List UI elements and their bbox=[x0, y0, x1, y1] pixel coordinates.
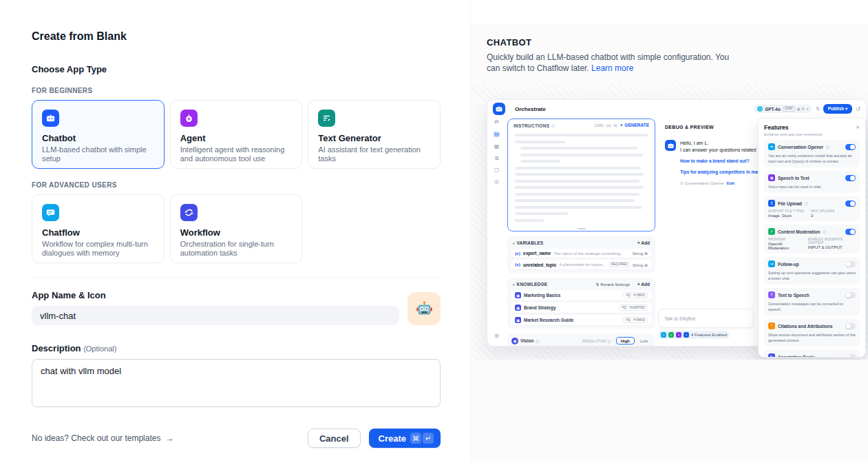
token-count: 2182 bbox=[594, 123, 603, 127]
for-advanced-users-label: FOR ADVANCED USERS bbox=[32, 181, 441, 189]
chevron-down-icon: ▾ bbox=[807, 107, 809, 111]
vision-section: ◉ Vision ⓘ RESOLUTION ⓘ High Low bbox=[507, 333, 655, 347]
feature-toggle bbox=[845, 175, 856, 181]
for-beginners-label: FOR BEGINNERS bbox=[32, 87, 441, 94]
publish-button: Publish ▾ bbox=[823, 104, 853, 114]
app-type-card-workflow[interactable]: Workflow Orchestration for single-turn a… bbox=[170, 194, 303, 263]
description-label: Description (Optional) bbox=[32, 343, 441, 353]
variables-section: ▾ VARIABLES + Add {x} expert_name The na… bbox=[507, 236, 655, 273]
card-description: Workflow for complex multi-turn dialogue… bbox=[42, 240, 154, 258]
compare-icon: ⇅ bbox=[816, 106, 820, 112]
create-button[interactable]: Create ⌘ ↵ bbox=[369, 429, 441, 448]
app-type-card-text-generator[interactable]: Text Generator AI assistant for text gen… bbox=[308, 100, 441, 169]
card-description: Intelligent agent with reasoning and aut… bbox=[180, 145, 293, 163]
card-description: Orchestration for single-turn automation… bbox=[180, 240, 293, 258]
resize-grip bbox=[578, 228, 586, 229]
upload-icon: ↥ bbox=[768, 200, 775, 207]
instructions-panel: INSTRUCTIONS ⓘ 2182 {x} ⧉ ✦ GENERATE bbox=[507, 119, 655, 232]
optional-hint: (Optional) bbox=[83, 344, 116, 353]
page-title: Create from Blank bbox=[32, 30, 441, 43]
feature-toggle bbox=[845, 261, 856, 267]
resolution-high-option: High bbox=[616, 337, 635, 344]
app-name-input[interactable] bbox=[32, 306, 399, 325]
app-avatar-icon bbox=[493, 103, 505, 115]
cmd-key-icon: ⌘ bbox=[410, 433, 421, 444]
feature-toggle bbox=[845, 354, 856, 358]
variable-insert-icon: {x} bbox=[606, 123, 611, 127]
copy-icon: ⧉ bbox=[614, 123, 617, 128]
arrow-right-icon: → bbox=[166, 433, 174, 443]
history-icon: ↺ bbox=[856, 106, 860, 112]
orchestrate-nav-icon: ▤ bbox=[493, 131, 501, 138]
model-provider-icon bbox=[757, 106, 763, 112]
card-title: Chatbot bbox=[42, 133, 154, 143]
feature-citations: ” Citations and Attributions Show source… bbox=[764, 319, 860, 347]
feature-toggle bbox=[845, 292, 856, 298]
rerank-settings-button: ⇅ Rerank Settings bbox=[596, 282, 630, 287]
edit-opener-link: Edit bbox=[727, 181, 734, 185]
generate-button: ✦ GENERATE bbox=[620, 123, 649, 128]
app-name-label: App Name & Icon bbox=[32, 290, 399, 300]
add-variable-button: + Add bbox=[637, 240, 650, 245]
cancel-button[interactable]: Cancel bbox=[308, 429, 361, 448]
feature-follow-up: ↪ Follow-up Setting up next questions su… bbox=[764, 257, 860, 285]
model-selector: GPT-4o CHAT ◉ ⚙ ▾ bbox=[754, 105, 812, 113]
robot-emoji-icon bbox=[415, 300, 434, 318]
knowledge-row: ▣ Marketing Basics HQ · HYBRID bbox=[511, 290, 652, 300]
features-enabled-pill: • • • • 4 Features Enabled bbox=[658, 331, 730, 339]
info-icon: ⓘ bbox=[805, 201, 808, 205]
app-icon-picker[interactable] bbox=[407, 292, 441, 325]
choose-app-type-label: Choose App Type bbox=[32, 64, 441, 74]
model-settings-icons: ◉ ⚙ bbox=[797, 107, 805, 111]
annotation-icon: ✎ bbox=[768, 353, 775, 358]
moderation-mini-icon: • bbox=[668, 332, 674, 338]
preview-heading: CHATBOT bbox=[487, 37, 851, 48]
card-title: Workflow bbox=[180, 227, 293, 238]
preview-panel-header-strip bbox=[471, 0, 868, 25]
preview-window-title: Orchestrate bbox=[515, 106, 546, 112]
variable-icon: {x} bbox=[515, 251, 520, 256]
dataset-icon: ▣ bbox=[515, 317, 521, 323]
knowledge-row: ▣ Market Research Guide HQ · HYBRID bbox=[511, 315, 652, 325]
app-type-card-agent[interactable]: Agent Intelligent agent with reasoning a… bbox=[170, 100, 303, 169]
upload-mini-icon: • bbox=[684, 332, 689, 338]
knowledge-row: ▣ Brand Strategy HQ · INVERTED bbox=[511, 302, 652, 313]
chatbot-preview-image: Orchestrate GPT-4o CHAT ◉ ⚙ ▾ ⇅ Publish … bbox=[471, 83, 868, 360]
features-panel: Features ✕ Enhance web app user experien… bbox=[758, 118, 866, 358]
beginner-app-cards: Chatbot LLM-based chatbot with simple se… bbox=[32, 100, 441, 169]
info-icon: ⓘ bbox=[826, 145, 829, 149]
variable-row: {x} unrelated_topic A placeholder for to… bbox=[511, 260, 652, 269]
feature-speech-to-text: ◉ Speech to Text Voice input can be used… bbox=[764, 171, 860, 193]
card-description: AI assistant for text generation tasks bbox=[318, 145, 430, 163]
close-icon: ✕ bbox=[856, 125, 860, 130]
panel-toggle-icon: ⊞ bbox=[494, 333, 499, 339]
feature-annotation-reply: ✎ Annotation Reply bbox=[764, 350, 860, 358]
preview-description: Quickly build an LLM-based chatbot with … bbox=[487, 52, 734, 74]
microphone-icon: ◉ bbox=[768, 174, 775, 181]
templates-link[interactable]: No ideas? Check out our templates → bbox=[32, 433, 174, 443]
shield-check-icon: ✓ bbox=[768, 228, 775, 235]
prompt-placeholder-lines bbox=[508, 130, 655, 222]
feature-conversation-opener: ✦ Conversation Opener ⓘ You are an entit… bbox=[764, 140, 860, 167]
app-type-card-chatflow[interactable]: Chatflow Workflow for complex multi-turn… bbox=[32, 194, 165, 263]
create-from-blank-panel: Create from Blank Choose App Type FOR BE… bbox=[0, 0, 470, 463]
section-divider bbox=[32, 277, 441, 278]
resolution-low-option: Low bbox=[637, 338, 651, 344]
web-nav-icon: ◎ bbox=[494, 179, 499, 185]
feature-toggle bbox=[845, 200, 856, 207]
learn-more-link[interactable]: Learn more bbox=[591, 63, 633, 73]
card-title: Chatflow bbox=[42, 227, 154, 238]
enter-key-icon: ↵ bbox=[423, 433, 434, 444]
preview-sidebar: ⇄ ▤ ▦ ≣ ▢ ◎ ⊞ bbox=[487, 118, 506, 346]
chat-mode-badge: CHAT bbox=[783, 106, 795, 112]
description-input[interactable]: chat with vllm model bbox=[32, 359, 441, 407]
app-type-card-chatbot[interactable]: Chatbot LLM-based chatbot with simple se… bbox=[32, 100, 165, 169]
opener-mini-icon: • bbox=[661, 332, 666, 338]
variable-icon: {x} bbox=[515, 263, 520, 267]
image-nav-icon: ▦ bbox=[494, 144, 500, 150]
knowledge-section: ▾ KNOWLEDGE ⇅ Rerank Settings + Add ▣ Ma… bbox=[507, 278, 655, 329]
citation-icon: ” bbox=[768, 322, 775, 329]
speech-mini-icon: • bbox=[676, 332, 681, 338]
info-icon: ⓘ bbox=[823, 229, 826, 234]
list-nav-icon: ≣ bbox=[494, 156, 499, 161]
